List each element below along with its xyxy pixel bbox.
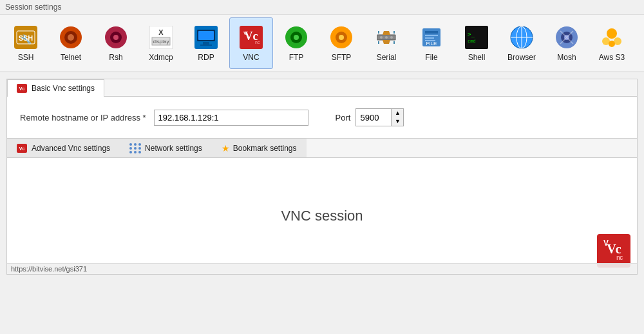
vnc-session-label: VNC session xyxy=(281,208,363,224)
rdp-icon xyxy=(193,25,219,50)
protocol-item-mosh[interactable]: Mosh xyxy=(545,17,589,69)
shell-icon: >_ cmd xyxy=(464,25,489,50)
window-title: Session settings xyxy=(5,3,61,12)
advanced-tab-vnc-icon: Vc xyxy=(17,144,27,153)
rsh-label: Rsh xyxy=(109,53,122,62)
protocol-item-telnet[interactable]: Telnet xyxy=(49,17,93,69)
port-input-wrap: ▲ ▼ xyxy=(355,108,404,126)
tab-bookmark[interactable]: ★ Bookmark settings xyxy=(212,139,307,157)
svg-text:SSH: SSH xyxy=(19,34,33,42)
file-label: File xyxy=(425,53,437,62)
xdmcp-label: Xdmcp xyxy=(149,53,173,62)
port-label: Port xyxy=(336,113,351,123)
svg-text:nc: nc xyxy=(616,254,623,261)
svg-rect-35 xyxy=(425,37,434,39)
telnet-label: Telnet xyxy=(61,53,81,62)
svg-text:V: V xyxy=(603,239,609,248)
telnet-icon xyxy=(58,25,84,50)
hostname-row: Remote hostname or IP address * Port ▲ ▼ xyxy=(20,108,624,126)
sftp-icon xyxy=(328,25,354,50)
sftp-label: SFTP xyxy=(332,53,352,62)
svg-text:display: display xyxy=(153,39,169,44)
ftp-label: FTP xyxy=(289,53,304,62)
ssh-label: SSH xyxy=(18,53,34,62)
vnc-label: VNC xyxy=(243,53,259,62)
svg-point-25 xyxy=(294,35,299,40)
ssh-icon: 🔧 SSH xyxy=(13,25,39,50)
svg-point-49 xyxy=(607,28,617,39)
aws-label: Aws S3 xyxy=(599,53,625,62)
tab-content: VNC session Vc V nc https://bitvise.net/… xyxy=(7,158,637,274)
svg-text:nc: nc xyxy=(255,40,260,44)
url-text: https://bitvise.net/gsi371 xyxy=(11,265,87,273)
svg-rect-34 xyxy=(425,35,438,36)
url-bar: https://bitvise.net/gsi371 xyxy=(7,263,637,274)
port-up-button[interactable]: ▲ xyxy=(392,109,403,117)
rsh-icon xyxy=(103,25,129,50)
svg-point-30 xyxy=(385,36,388,39)
hostname-label: Remote hostname or IP address * xyxy=(20,113,146,123)
settings-form: Remote hostname or IP address * Port ▲ ▼ xyxy=(7,97,637,138)
svg-point-6 xyxy=(68,34,74,41)
serial-icon xyxy=(374,25,399,50)
ftp-icon xyxy=(283,25,309,50)
network-tab-label: Network settings xyxy=(145,144,202,153)
port-spinners: ▲ ▼ xyxy=(391,109,403,126)
protocol-item-vnc[interactable]: Vc V nc VNC xyxy=(229,17,273,69)
protocol-item-aws[interactable]: Aws S3 xyxy=(590,17,634,69)
basic-tab[interactable]: Vc Basic Vnc settings xyxy=(7,79,104,97)
basic-tab-label: Basic Vnc settings xyxy=(32,84,95,93)
bookmark-tab-icon: ★ xyxy=(222,143,230,153)
basic-tabs: Vc Basic Vnc settings xyxy=(7,79,637,97)
tab-advanced[interactable]: Vc Advanced Vnc settings xyxy=(7,139,120,157)
protocol-item-sftp[interactable]: SFTP xyxy=(319,17,363,69)
advanced-settings-panel: Vc Advanced Vnc settings Network setting… xyxy=(6,139,638,275)
svg-point-31 xyxy=(390,36,393,39)
port-down-button[interactable]: ▼ xyxy=(392,117,403,126)
browser-label: Browser xyxy=(507,53,536,62)
svg-point-9 xyxy=(113,35,118,40)
svg-text:cmd: cmd xyxy=(468,39,476,44)
advanced-tab-label: Advanced Vnc settings xyxy=(32,144,110,153)
svg-rect-38 xyxy=(465,26,488,49)
svg-text:FILE: FILE xyxy=(426,41,437,46)
svg-point-52 xyxy=(609,41,615,47)
protocol-item-rsh[interactable]: Rsh xyxy=(94,17,138,69)
svg-point-28 xyxy=(339,35,344,40)
protocol-item-serial[interactable]: Serial xyxy=(365,17,408,69)
protocol-item-ssh[interactable]: 🔧 SSH SSH xyxy=(4,17,48,69)
basic-tab-vnc-icon: Vc xyxy=(17,84,27,93)
port-input[interactable] xyxy=(356,110,391,125)
svg-text:>_: >_ xyxy=(468,31,475,37)
svg-rect-17 xyxy=(200,44,212,46)
svg-rect-16 xyxy=(203,42,209,44)
serial-label: Serial xyxy=(377,53,397,62)
tab-network[interactable]: Network settings xyxy=(120,139,212,157)
bookmark-tab-label: Bookmark settings xyxy=(233,144,297,153)
svg-rect-33 xyxy=(425,31,438,34)
svg-text:X: X xyxy=(158,28,164,36)
vnc-icon: Vc V nc xyxy=(238,25,264,50)
protocol-item-file[interactable]: FILE File xyxy=(410,17,453,69)
port-group: Port ▲ ▼ xyxy=(336,108,404,126)
protocol-bar: 🔧 SSH SSH Telnet Rsh xyxy=(0,15,644,72)
mosh-label: Mosh xyxy=(557,53,576,62)
protocol-item-xdmcp[interactable]: X display Xdmcp xyxy=(139,17,183,69)
title-bar: Session settings xyxy=(0,0,644,15)
hostname-input[interactable] xyxy=(154,110,308,126)
shell-label: Shell xyxy=(468,53,486,62)
mosh-icon xyxy=(554,25,580,50)
rdp-label: RDP xyxy=(198,53,214,62)
file-icon: FILE xyxy=(419,25,444,50)
xdmcp-icon: X display xyxy=(148,25,174,50)
svg-point-29 xyxy=(380,36,383,39)
protocol-item-browser[interactable]: Browser xyxy=(500,17,544,69)
aws-icon xyxy=(599,25,625,50)
basic-settings-panel: Vc Basic Vnc settings Remote hostname or… xyxy=(6,79,638,139)
svg-text:V: V xyxy=(243,30,247,36)
bottom-tabs: Vc Advanced Vnc settings Network setting… xyxy=(7,139,637,158)
protocol-item-ftp[interactable]: FTP xyxy=(274,17,318,69)
protocol-item-rdp[interactable]: RDP xyxy=(184,17,228,69)
protocol-item-shell[interactable]: >_ cmd Shell xyxy=(455,17,498,69)
svg-rect-18 xyxy=(198,31,214,40)
